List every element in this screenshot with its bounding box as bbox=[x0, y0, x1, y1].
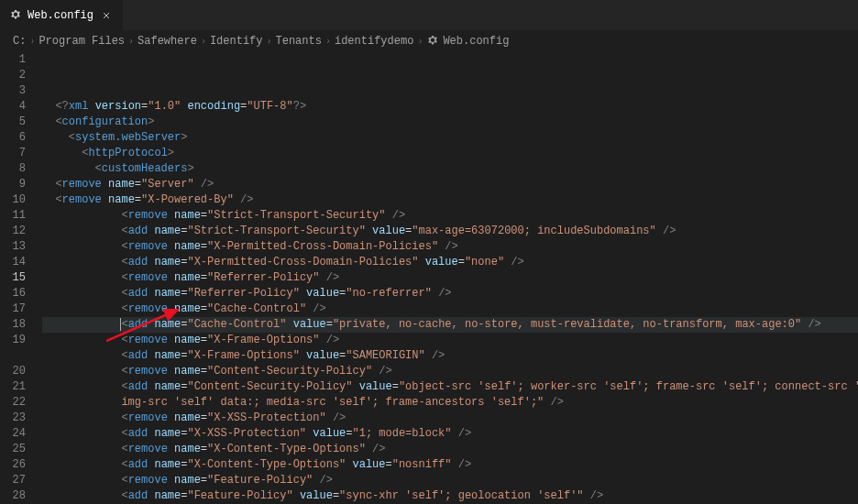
line-number: 14 bbox=[0, 255, 26, 270]
code-line[interactable]: <remove name="Referrer-Policy" /> bbox=[42, 270, 858, 286]
code-line[interactable]: <remove name="X-Powered-By" /> bbox=[42, 192, 858, 208]
line-number: 18 bbox=[0, 317, 26, 333]
breadcrumb-segment[interactable]: Safewhere bbox=[138, 35, 197, 48]
line-number: 3 bbox=[0, 83, 26, 99]
tab-webconfig[interactable]: Web.config bbox=[0, 0, 123, 31]
code-editor[interactable]: 1234567891011121314151617181920212223242… bbox=[0, 51, 858, 504]
code-line[interactable]: <remove name="X-Permitted-Cross-Domain-P… bbox=[42, 239, 858, 255]
line-number: 5 bbox=[0, 115, 26, 130]
gear-icon bbox=[426, 35, 439, 48]
breadcrumb-segment[interactable]: Identify bbox=[210, 35, 263, 48]
code-line[interactable]: <httpProtocol> bbox=[42, 146, 858, 161]
line-number: 7 bbox=[0, 146, 26, 161]
breadcrumb-separator: › bbox=[417, 37, 423, 47]
line-number: 19 bbox=[0, 333, 26, 348]
line-number: 28 bbox=[0, 488, 26, 504]
line-number: 12 bbox=[0, 224, 26, 239]
breadcrumb-separator: › bbox=[267, 37, 272, 47]
code-line[interactable]: <?xml version="1.0" encoding="UTF-8"?> bbox=[42, 99, 858, 115]
code-line[interactable]: img-src 'self' data:; media-src 'self'; … bbox=[42, 395, 858, 411]
breadcrumb-segment[interactable]: Web.config bbox=[443, 35, 509, 48]
close-icon[interactable] bbox=[99, 8, 114, 23]
line-number: 6 bbox=[0, 130, 26, 146]
code-line[interactable]: <remove name="Server" /> bbox=[42, 177, 858, 192]
code-line[interactable]: <customHeaders> bbox=[42, 161, 858, 177]
line-number: 27 bbox=[0, 473, 26, 488]
line-number: 10 bbox=[0, 192, 26, 208]
breadcrumb-segment[interactable]: C: bbox=[13, 35, 26, 48]
gear-icon bbox=[9, 9, 22, 22]
line-number: 26 bbox=[0, 457, 26, 473]
line-number: 21 bbox=[0, 379, 26, 395]
code-line[interactable]: <remove name="Feature-Policy" /> bbox=[42, 473, 858, 488]
breadcrumb[interactable]: C:›Program Files›Safewhere›Identify›Tena… bbox=[0, 31, 858, 51]
line-number: 13 bbox=[0, 239, 26, 255]
line-number: 23 bbox=[0, 411, 26, 426]
code-line[interactable]: <add name="Referrer-Policy" value="no-re… bbox=[42, 286, 858, 301]
tab-title: Web.config bbox=[28, 9, 94, 22]
code-line[interactable]: <add name="X-Frame-Options" value="SAMEO… bbox=[42, 348, 858, 364]
breadcrumb-separator: › bbox=[325, 37, 331, 47]
line-number: 16 bbox=[0, 286, 26, 301]
code-line[interactable]: <remove name="X-XSS-Protection" /> bbox=[42, 411, 858, 426]
breadcrumb-segment[interactable]: Tenants bbox=[276, 35, 322, 48]
line-number: 25 bbox=[0, 442, 26, 457]
line-number: 1 bbox=[0, 52, 26, 68]
line-number-gutter: 1234567891011121314151617181920212223242… bbox=[0, 51, 42, 504]
line-number: 17 bbox=[0, 301, 26, 317]
code-line[interactable]: <remove name="X-Content-Type-Options" /> bbox=[42, 442, 858, 457]
breadcrumb-separator: › bbox=[29, 37, 35, 47]
line-number: 11 bbox=[0, 208, 26, 224]
line-number: 2 bbox=[0, 68, 26, 83]
breadcrumb-separator: › bbox=[201, 37, 206, 47]
code-line[interactable]: <remove name="Content-Security-Policy" /… bbox=[42, 364, 858, 379]
code-line[interactable]: <add name="Content-Security-Policy" valu… bbox=[42, 379, 858, 395]
code-line[interactable]: <remove name="X-Frame-Options" /> bbox=[42, 333, 858, 348]
code-line[interactable]: <add name="X-XSS-Protection" value="1; m… bbox=[42, 426, 858, 442]
line-number: 4 bbox=[0, 99, 26, 115]
breadcrumb-segment[interactable]: Program Files bbox=[38, 35, 125, 48]
code-line[interactable]: <configuration> bbox=[42, 115, 858, 130]
line-number: 8 bbox=[0, 161, 26, 177]
line-number: 20 bbox=[0, 364, 26, 379]
line-number: 22 bbox=[0, 395, 26, 411]
code-line[interactable]: <system.webServer> bbox=[42, 130, 858, 146]
code-line[interactable]: <add name="X-Permitted-Cross-Domain-Poli… bbox=[42, 255, 858, 270]
breadcrumb-segment[interactable]: identifydemo bbox=[335, 35, 413, 48]
tab-bar: Web.config bbox=[0, 0, 858, 31]
line-number: 9 bbox=[0, 177, 26, 192]
code-line[interactable]: <add name="X-Content-Type-Options" value… bbox=[42, 457, 858, 473]
line-number: 15 bbox=[0, 270, 26, 286]
line-number: 24 bbox=[0, 426, 26, 442]
code-line[interactable]: <add name="Feature-Policy" value="sync-x… bbox=[42, 488, 858, 504]
breadcrumb-separator: › bbox=[128, 37, 134, 47]
code-line[interactable]: <remove name="Strict-Transport-Security"… bbox=[42, 208, 858, 224]
code-content[interactable]: <?xml version="1.0" encoding="UTF-8"?> <… bbox=[42, 51, 858, 504]
code-line[interactable]: <add name="Cache-Control" value="private… bbox=[42, 317, 858, 333]
code-line[interactable]: <remove name="Cache-Control" /> bbox=[42, 301, 858, 317]
code-line[interactable]: <add name="Strict-Transport-Security" va… bbox=[42, 224, 858, 239]
